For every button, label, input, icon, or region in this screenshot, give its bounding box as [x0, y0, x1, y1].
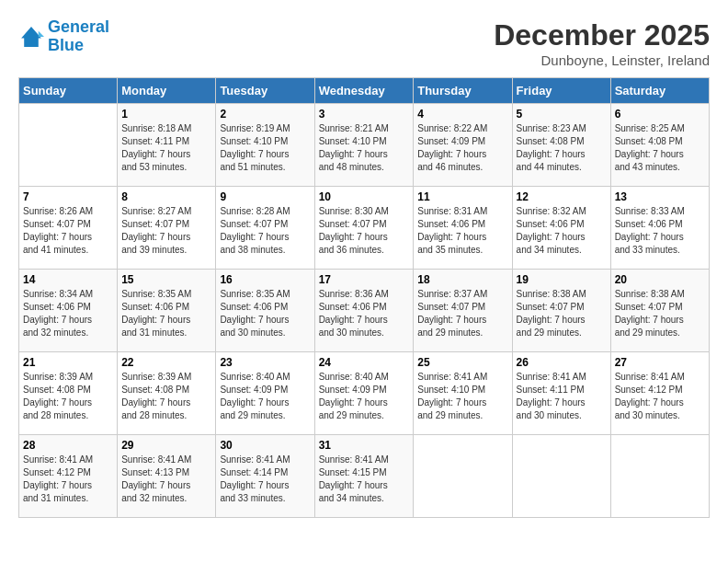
calendar-cell: 9Sunrise: 8:28 AM Sunset: 4:07 PM Daylig…: [216, 187, 314, 270]
header-cell-sunday: Sunday: [19, 78, 118, 104]
day-info: Sunrise: 8:19 AM Sunset: 4:10 PM Dayligh…: [220, 122, 310, 174]
day-info: Sunrise: 8:32 AM Sunset: 4:06 PM Dayligh…: [517, 205, 607, 257]
calendar-cell: [19, 104, 118, 187]
day-info: Sunrise: 8:41 AM Sunset: 4:10 PM Dayligh…: [417, 371, 507, 422]
day-number: 23: [220, 356, 310, 369]
calendar-cell: 29Sunrise: 8:41 AM Sunset: 4:13 PM Dayli…: [118, 435, 216, 518]
header-row: SundayMondayTuesdayWednesdayThursdayFrid…: [19, 78, 710, 104]
calendar-cell: 30Sunrise: 8:41 AM Sunset: 4:14 PM Dayli…: [216, 435, 314, 518]
day-number: 24: [319, 356, 410, 369]
page-header: General Blue December 2025 Dunboyne, Lei…: [18, 18, 710, 68]
day-info: Sunrise: 8:35 AM Sunset: 4:06 PM Dayligh…: [220, 288, 310, 339]
location: Dunboyne, Leinster, Ireland: [494, 52, 710, 68]
day-info: Sunrise: 8:25 AM Sunset: 4:08 PM Dayligh…: [615, 122, 705, 174]
calendar-cell: 6Sunrise: 8:25 AM Sunset: 4:08 PM Daylig…: [610, 104, 709, 187]
logo: General Blue: [18, 18, 109, 55]
day-info: Sunrise: 8:41 AM Sunset: 4:12 PM Dayligh…: [615, 371, 705, 422]
calendar-cell: 7Sunrise: 8:26 AM Sunset: 4:07 PM Daylig…: [19, 187, 118, 270]
day-number: 5: [517, 108, 607, 121]
day-info: Sunrise: 8:27 AM Sunset: 4:07 PM Dayligh…: [121, 205, 211, 257]
day-number: 17: [319, 273, 410, 286]
header-cell-tuesday: Tuesday: [216, 78, 314, 104]
logo-text: General Blue: [48, 18, 109, 55]
calendar-cell: 4Sunrise: 8:22 AM Sunset: 4:09 PM Daylig…: [414, 104, 512, 187]
day-info: Sunrise: 8:41 AM Sunset: 4:13 PM Dayligh…: [121, 454, 211, 505]
day-info: Sunrise: 8:18 AM Sunset: 4:11 PM Dayligh…: [121, 122, 211, 174]
header-cell-thursday: Thursday: [414, 78, 512, 104]
calendar-cell: 17Sunrise: 8:36 AM Sunset: 4:06 PM Dayli…: [314, 270, 414, 352]
day-info: Sunrise: 8:41 AM Sunset: 4:12 PM Dayligh…: [23, 454, 113, 505]
calendar-header: SundayMondayTuesdayWednesdayThursdayFrid…: [19, 78, 710, 104]
calendar-cell: 13Sunrise: 8:33 AM Sunset: 4:06 PM Dayli…: [610, 187, 709, 270]
day-number: 6: [615, 108, 705, 121]
calendar-cell: 8Sunrise: 8:27 AM Sunset: 4:07 PM Daylig…: [118, 187, 216, 270]
logo-line1: General: [48, 17, 109, 36]
header-cell-saturday: Saturday: [610, 78, 709, 104]
calendar-cell: 12Sunrise: 8:32 AM Sunset: 4:06 PM Dayli…: [512, 187, 610, 270]
day-number: 30: [220, 439, 310, 452]
calendar-table: SundayMondayTuesdayWednesdayThursdayFrid…: [18, 77, 710, 518]
day-number: 7: [23, 190, 113, 203]
calendar-cell: 2Sunrise: 8:19 AM Sunset: 4:10 PM Daylig…: [216, 104, 314, 187]
calendar-cell: 21Sunrise: 8:39 AM Sunset: 4:08 PM Dayli…: [19, 352, 118, 435]
header-cell-wednesday: Wednesday: [314, 78, 414, 104]
day-info: Sunrise: 8:41 AM Sunset: 4:11 PM Dayligh…: [517, 371, 607, 422]
calendar-cell: 14Sunrise: 8:34 AM Sunset: 4:06 PM Dayli…: [19, 270, 118, 352]
day-number: 31: [319, 439, 410, 452]
svg-marker-0: [21, 27, 41, 47]
day-number: 8: [121, 190, 211, 203]
calendar-cell: 11Sunrise: 8:31 AM Sunset: 4:06 PM Dayli…: [414, 187, 512, 270]
header-cell-friday: Friday: [512, 78, 610, 104]
day-number: 29: [121, 439, 211, 452]
calendar-cell: 3Sunrise: 8:21 AM Sunset: 4:10 PM Daylig…: [314, 104, 414, 187]
calendar-cell: 1Sunrise: 8:18 AM Sunset: 4:11 PM Daylig…: [118, 104, 216, 187]
day-number: 1: [121, 108, 211, 121]
calendar-cell: 26Sunrise: 8:41 AM Sunset: 4:11 PM Dayli…: [512, 352, 610, 435]
day-number: 15: [121, 273, 211, 286]
title-block: December 2025 Dunboyne, Leinster, Irelan…: [494, 18, 710, 68]
header-cell-monday: Monday: [118, 78, 216, 104]
day-number: 27: [615, 356, 705, 369]
day-number: 3: [319, 108, 410, 121]
day-info: Sunrise: 8:33 AM Sunset: 4:06 PM Dayligh…: [615, 205, 705, 257]
day-info: Sunrise: 8:26 AM Sunset: 4:07 PM Dayligh…: [23, 205, 113, 257]
day-info: Sunrise: 8:40 AM Sunset: 4:09 PM Dayligh…: [319, 371, 410, 422]
day-info: Sunrise: 8:23 AM Sunset: 4:08 PM Dayligh…: [517, 122, 607, 174]
calendar-cell: [512, 435, 610, 518]
day-number: 10: [319, 190, 410, 203]
calendar-cell: 10Sunrise: 8:30 AM Sunset: 4:07 PM Dayli…: [314, 187, 414, 270]
week-row-5: 28Sunrise: 8:41 AM Sunset: 4:12 PM Dayli…: [19, 435, 710, 518]
calendar-cell: 22Sunrise: 8:39 AM Sunset: 4:08 PM Dayli…: [118, 352, 216, 435]
day-info: Sunrise: 8:21 AM Sunset: 4:10 PM Dayligh…: [319, 122, 410, 174]
day-number: 13: [615, 190, 705, 203]
day-number: 26: [517, 356, 607, 369]
calendar-cell: 15Sunrise: 8:35 AM Sunset: 4:06 PM Dayli…: [118, 270, 216, 352]
calendar-cell: 25Sunrise: 8:41 AM Sunset: 4:10 PM Dayli…: [414, 352, 512, 435]
day-info: Sunrise: 8:31 AM Sunset: 4:06 PM Dayligh…: [417, 205, 507, 257]
calendar-cell: 16Sunrise: 8:35 AM Sunset: 4:06 PM Dayli…: [216, 270, 314, 352]
day-info: Sunrise: 8:41 AM Sunset: 4:15 PM Dayligh…: [319, 454, 410, 505]
day-number: 18: [417, 273, 507, 286]
calendar-cell: 23Sunrise: 8:40 AM Sunset: 4:09 PM Dayli…: [216, 352, 314, 435]
day-number: 16: [220, 273, 310, 286]
day-number: 2: [220, 108, 310, 121]
day-number: 11: [417, 190, 507, 203]
day-info: Sunrise: 8:38 AM Sunset: 4:07 PM Dayligh…: [615, 288, 705, 339]
day-number: 4: [417, 108, 507, 121]
day-number: 19: [517, 273, 607, 286]
calendar-cell: 27Sunrise: 8:41 AM Sunset: 4:12 PM Dayli…: [610, 352, 709, 435]
day-info: Sunrise: 8:35 AM Sunset: 4:06 PM Dayligh…: [121, 288, 211, 339]
day-info: Sunrise: 8:30 AM Sunset: 4:07 PM Dayligh…: [319, 205, 410, 257]
calendar-body: 1Sunrise: 8:18 AM Sunset: 4:11 PM Daylig…: [19, 104, 710, 518]
day-number: 12: [517, 190, 607, 203]
day-number: 9: [220, 190, 310, 203]
day-info: Sunrise: 8:34 AM Sunset: 4:06 PM Dayligh…: [23, 288, 113, 339]
calendar-cell: [610, 435, 709, 518]
week-row-3: 14Sunrise: 8:34 AM Sunset: 4:06 PM Dayli…: [19, 270, 710, 352]
day-number: 28: [23, 439, 113, 452]
calendar-cell: 20Sunrise: 8:38 AM Sunset: 4:07 PM Dayli…: [610, 270, 709, 352]
calendar-cell: 28Sunrise: 8:41 AM Sunset: 4:12 PM Dayli…: [19, 435, 118, 518]
week-row-1: 1Sunrise: 8:18 AM Sunset: 4:11 PM Daylig…: [19, 104, 710, 187]
calendar-cell: 19Sunrise: 8:38 AM Sunset: 4:07 PM Dayli…: [512, 270, 610, 352]
week-row-4: 21Sunrise: 8:39 AM Sunset: 4:08 PM Dayli…: [19, 352, 710, 435]
